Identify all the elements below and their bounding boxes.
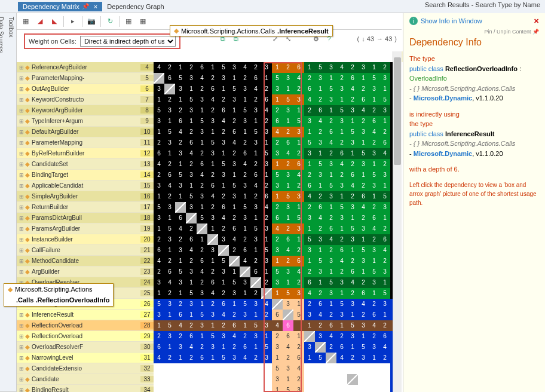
- matrix-cell[interactable]: 3: [336, 180, 347, 191]
- matrix-cell[interactable]: 5: [186, 288, 197, 299]
- matrix-cell[interactable]: 6: [358, 288, 369, 299]
- matrix-cell[interactable]: 1: [283, 116, 293, 127]
- matrix-cell[interactable]: 4: [293, 73, 304, 84]
- matrix-cell[interactable]: 1: [283, 213, 293, 223]
- matrix-cell[interactable]: 3: [175, 148, 186, 159]
- matrix-cell[interactable]: 2: [315, 288, 326, 299]
- matrix-cell[interactable]: 4: [240, 62, 250, 73]
- matrix-cell[interactable]: 2: [229, 342, 240, 353]
- matrix-cell[interactable]: 3: [154, 84, 164, 94]
- matrix-cell[interactable]: [250, 363, 261, 374]
- matrix-cell[interactable]: 3: [347, 331, 358, 342]
- matrix-cell[interactable]: 2: [347, 256, 358, 267]
- matrix-cell[interactable]: 1: [186, 116, 197, 127]
- matrix-cell[interactable]: 2: [283, 127, 293, 137]
- matrix-cell[interactable]: [207, 374, 218, 385]
- matrix-cell[interactable]: 2: [154, 234, 164, 245]
- matrix-cell[interactable]: 5: [293, 213, 304, 223]
- matrix-cell[interactable]: 1: [272, 94, 283, 105]
- matrix-cell[interactable]: 5: [379, 191, 390, 202]
- matrix-cell[interactable]: 3: [304, 213, 315, 223]
- matrix-cell[interactable]: 3: [240, 116, 250, 127]
- matrix-cell[interactable]: 4: [272, 223, 283, 234]
- matrix-cell[interactable]: 3: [154, 180, 164, 191]
- matrix-cell[interactable]: 3: [164, 137, 175, 148]
- matrix-cell[interactable]: 3: [186, 105, 197, 116]
- matrix-cell[interactable]: 1: [207, 62, 218, 73]
- matrix-cell[interactable]: 5: [240, 299, 250, 310]
- close-icon[interactable]: ✕: [534, 17, 539, 25]
- matrix-cell[interactable]: 2: [164, 256, 175, 267]
- matrix-cell[interactable]: 1: [197, 234, 207, 245]
- matrix-cell[interactable]: 2: [358, 213, 369, 223]
- matrix-cell[interactable]: 3: [207, 310, 218, 320]
- matrix-cell[interactable]: 2: [164, 62, 175, 73]
- matrix-cell[interactable]: 3: [347, 299, 358, 310]
- expand-icon[interactable]: ⊞: [18, 258, 25, 264]
- matrix-cell[interactable]: 2: [369, 234, 379, 245]
- matrix-cell[interactable]: 3: [229, 191, 240, 202]
- matrix-cell[interactable]: 1: [164, 213, 175, 223]
- matrix-cell[interactable]: 3: [379, 105, 390, 116]
- matrix-cell[interactable]: 5: [229, 84, 240, 94]
- matrix-cell[interactable]: 2: [272, 202, 283, 213]
- matrix-cell[interactable]: 4: [186, 148, 197, 159]
- matrix-cell[interactable]: 2: [164, 159, 175, 170]
- matrix-cell[interactable]: 1: [186, 180, 197, 191]
- matrix-cell[interactable]: [336, 363, 347, 374]
- matrix-cell[interactable]: [154, 374, 164, 385]
- matrix-cell[interactable]: 4: [326, 137, 336, 148]
- matrix-cell[interactable]: 2: [358, 84, 369, 94]
- matrix-cell[interactable]: 1: [240, 288, 250, 299]
- matrix-cell[interactable]: 4: [261, 105, 272, 116]
- matrix-cell[interactable]: 5: [250, 223, 261, 234]
- expand-icon[interactable]: ⊞: [18, 237, 25, 243]
- matrix-cell[interactable]: 3: [336, 213, 347, 223]
- matrix-cell[interactable]: 2: [326, 213, 336, 223]
- matrix-row-label[interactable]: ⊞◆BindingResult34: [17, 385, 154, 392]
- matrix-cell[interactable]: 5: [240, 202, 250, 213]
- matrix-cell[interactable]: 1: [304, 159, 315, 170]
- matrix-cell[interactable]: 1: [379, 84, 390, 94]
- matrix-cell[interactable]: 4: [175, 223, 186, 234]
- matrix-cell[interactable]: [240, 267, 250, 277]
- matrix-cell[interactable]: 6: [326, 223, 336, 234]
- expand-icon[interactable]: ⊞: [18, 183, 25, 189]
- matrix-cell[interactable]: 3: [175, 277, 186, 288]
- matrix-cell[interactable]: 1: [175, 159, 186, 170]
- matrix-row-label[interactable]: ⊞◆InferenceResult27: [17, 310, 154, 320]
- matrix-cell[interactable]: 1: [154, 288, 164, 299]
- matrix-row-label[interactable]: ⊞◆ByRefReturnBuilder12: [17, 148, 154, 159]
- matrix-cell[interactable]: 4: [207, 94, 218, 105]
- matrix-row-label[interactable]: ⊞◆BindingTarget14: [17, 170, 154, 180]
- matrix-cell[interactable]: 2: [358, 116, 369, 127]
- matrix-cell[interactable]: [358, 385, 369, 392]
- matrix-cell[interactable]: [369, 374, 379, 385]
- matrix-cell[interactable]: 2: [154, 331, 164, 342]
- matrix-cell[interactable]: 1: [379, 277, 390, 288]
- expand-icon[interactable]: ⊞: [18, 86, 25, 92]
- matrix-cell[interactable]: 1: [240, 94, 250, 105]
- matrix-cell[interactable]: 6: [175, 213, 186, 223]
- matrix-cell[interactable]: 2: [207, 202, 218, 213]
- matrix-cell[interactable]: [229, 385, 240, 392]
- matrix-cell[interactable]: 3: [261, 159, 272, 170]
- matrix-cell[interactable]: 3: [240, 84, 250, 94]
- matrix-cell[interactable]: 3: [272, 245, 283, 256]
- matrix-cell[interactable]: 2: [164, 94, 175, 105]
- expand-icon[interactable]: ⊞: [18, 312, 25, 318]
- matrix-cell[interactable]: 2: [379, 223, 390, 234]
- matrix-cell[interactable]: 3: [326, 191, 336, 202]
- matrix-cell[interactable]: 3: [304, 310, 315, 320]
- expand-icon[interactable]: ⊞: [18, 215, 25, 221]
- matrix-cell[interactable]: 1: [261, 73, 272, 84]
- matrix-cell[interactable]: 3: [175, 180, 186, 191]
- matrix-cell[interactable]: 3: [347, 137, 358, 148]
- matrix-cell[interactable]: 3: [261, 320, 272, 331]
- matrix-cell[interactable]: 3: [379, 170, 390, 180]
- matrix-cell[interactable]: 1: [369, 159, 379, 170]
- matrix-cell[interactable]: 2: [326, 116, 336, 127]
- matrix-cell[interactable]: 6: [379, 331, 390, 342]
- matrix-cell[interactable]: 5: [369, 170, 379, 180]
- matrix-cell[interactable]: 2: [315, 320, 326, 331]
